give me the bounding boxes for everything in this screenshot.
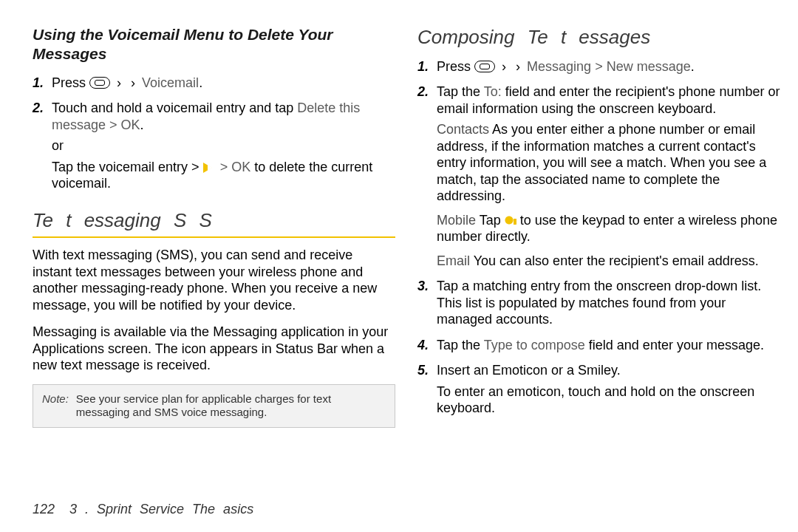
sms-intro-paragraph-1: With text messaging (SMS), you can send … (33, 247, 395, 313)
tip-mobile: Mobile Tap to use the keypad to enter a … (437, 212, 780, 245)
step-number: 1. (417, 58, 429, 75)
delete-flag-icon (203, 163, 216, 173)
note-text: See your service plan for applicable cha… (76, 392, 386, 420)
right-column: Composing Te t essages 1. Press › › Mess… (417, 25, 780, 488)
step-3: 3. Tap a matching entry from the onscree… (434, 278, 780, 328)
step-1: 1. Press › › Voicemail. (49, 75, 395, 92)
addressing-tips: Contacts As you enter either a phone num… (437, 121, 780, 269)
menu-path: Messaging > New message (527, 59, 691, 74)
step-number: 2. (33, 100, 44, 117)
step-text: Touch and hold a voicemail entry and tap (52, 100, 293, 115)
footer-section-title: 3 . Sprint Service The asics (69, 501, 253, 518)
step-number: 4. (417, 337, 429, 354)
step-number: 1. (33, 75, 44, 92)
note-box: Note: See your service plan for applicab… (33, 384, 395, 429)
field-name: To: (484, 84, 502, 99)
sms-intro-paragraph-2: Messaging is available via the Messaging… (33, 324, 395, 374)
step-text: Tap the (437, 338, 484, 352)
tip-text: You can also enter the recipient's email… (474, 253, 759, 268)
left-subheading: Using the Voicemail Menu to Delete Your … (33, 25, 395, 64)
step-text: Insert an Emoticon or a Smiley. (437, 363, 621, 378)
page-footer: 122 3 . Sprint Service The asics (33, 488, 780, 518)
step-number: 5. (417, 362, 429, 379)
step-number: 3. (417, 278, 429, 295)
tip-text: Tap (480, 213, 505, 228)
step-number: 2. (417, 83, 429, 100)
path-separator: › (499, 59, 509, 74)
step-text: Press (52, 75, 86, 90)
tip-label: Contacts (437, 122, 489, 137)
step-5-sub: To enter an emoticon, touch and hold on … (437, 383, 780, 417)
field-name: Type to compose (484, 338, 585, 352)
path-separator: › (128, 75, 138, 90)
menu-path: > OK (220, 160, 251, 174)
home-key-icon (89, 77, 110, 89)
step-2: 2. Touch and hold a voicemail entry and … (49, 100, 395, 192)
left-column: Using the Voicemail Menu to Delete Your … (33, 25, 395, 488)
step-text: field and enter your message. (585, 338, 764, 352)
tip-label: Email (437, 253, 470, 268)
step-text: Press (437, 59, 471, 74)
step-suffix: . (691, 59, 695, 74)
tip-contacts: Contacts As you enter either a phone num… (437, 121, 780, 205)
note-label: Note: (42, 392, 69, 420)
or-divider: or (52, 137, 395, 154)
step-1: 1. Press › › Messaging > New message. (434, 58, 780, 75)
manual-page: Using the Voicemail Menu to Delete Your … (0, 0, 798, 532)
section-heading-compose: Composing Te t essages (417, 25, 780, 50)
tip-label: Mobile (437, 213, 476, 228)
step-2: 2. Tap the To: field and enter the recip… (434, 83, 780, 269)
step-text: Tap a matching entry from the onscreen d… (437, 279, 761, 327)
tip-email: Email You can also enter the recipient's… (437, 253, 780, 270)
path-separator: › (114, 75, 124, 90)
home-key-icon (474, 61, 495, 72)
step-suffix: . (140, 117, 144, 132)
step-4: 4. Tap the Type to compose field and ent… (434, 337, 780, 354)
voicemail-delete-steps: 1. Press › › Voicemail. 2. Touch and hol… (33, 75, 395, 192)
keypad-icon (505, 216, 516, 226)
step-alt-text: Tap the voicemail entry > (52, 160, 200, 174)
step-text: Tap the (437, 84, 484, 99)
content-columns: Using the Voicemail Menu to Delete Your … (33, 25, 780, 488)
menu-path: Voicemail (142, 75, 199, 90)
section-heading-sms: Te t essaging S S (33, 208, 395, 233)
page-number: 122 (33, 501, 55, 518)
path-separator: › (513, 59, 523, 74)
heading-underline (33, 236, 395, 238)
compose-steps: 1. Press › › Messaging > New message. 2.… (417, 58, 780, 417)
step-5: 5. Insert an Emoticon or a Smiley. To en… (434, 362, 780, 417)
step-suffix: . (199, 75, 202, 90)
